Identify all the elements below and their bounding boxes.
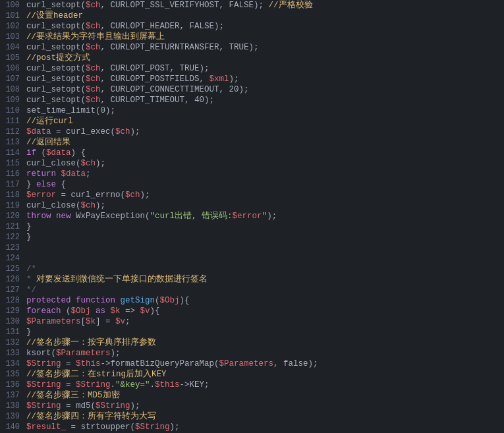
line-code: } bbox=[26, 232, 504, 243]
line-number: 102 bbox=[3, 21, 26, 32]
line-code: curl_setopt($ch, CURLOPT_RETURNTRANSFER,… bbox=[26, 42, 504, 53]
line-code: //返回结果 bbox=[26, 137, 504, 148]
line-number: 134 bbox=[3, 359, 26, 369]
table-row: 130 $Parameters[$k] = $v; bbox=[3, 316, 504, 327]
table-row: 105 //post提交方式 bbox=[3, 53, 504, 63]
line-code: $String = md5($String); bbox=[26, 401, 504, 411]
table-row: 101 //设置header bbox=[3, 11, 504, 21]
line-code: $error = curl_errno($ch); bbox=[26, 190, 504, 200]
table-row: 110 set_time_limit(0); bbox=[3, 105, 504, 116]
line-code: curl_setopt($ch, CURLOPT_CONNECTTIMEOUT,… bbox=[26, 84, 504, 95]
line-code bbox=[26, 253, 504, 264]
line-number: 108 bbox=[3, 84, 26, 95]
table-row: 116 return $data; bbox=[3, 169, 504, 179]
line-number: 100 bbox=[3, 0, 26, 11]
line-number: 138 bbox=[3, 401, 26, 411]
line-code: foreach ($Obj as $k => $v){ bbox=[26, 306, 504, 316]
line-code: */ bbox=[26, 285, 504, 295]
line-number: 115 bbox=[3, 158, 26, 169]
line-number: 118 bbox=[3, 190, 26, 200]
line-code: curl_setopt($ch, CURLOPT_POSTFIELDS, $xm… bbox=[26, 74, 504, 84]
line-number: 128 bbox=[3, 295, 26, 306]
table-row: 122} bbox=[3, 232, 504, 243]
line-code: ksort($Parameters); bbox=[26, 348, 504, 359]
table-row: 139 //签名步骤四：所有字符转为大写 bbox=[3, 411, 504, 422]
line-number: 119 bbox=[3, 200, 26, 211]
table-row: 111 //运行curl bbox=[3, 116, 504, 127]
line-code: /* bbox=[26, 264, 504, 274]
line-number: 126 bbox=[3, 274, 26, 285]
table-row: 135 //签名步骤二：在string后加入KEY bbox=[3, 369, 504, 380]
table-row: 136 $String = $String."&key=".$this->KEY… bbox=[3, 380, 504, 390]
table-row: 109 curl_setopt($ch, CURLOPT_TIMEOUT, 40… bbox=[3, 95, 504, 105]
line-number: 123 bbox=[3, 243, 26, 253]
line-code: //签名步骤一：按字典序排序参数 bbox=[26, 337, 504, 348]
line-number: 129 bbox=[3, 306, 26, 316]
line-number: 120 bbox=[3, 211, 26, 221]
line-number: 131 bbox=[3, 327, 26, 337]
line-number: 106 bbox=[3, 63, 26, 74]
table-row: 126 * 对要发送到微信统一下单接口的数据进行签名 bbox=[3, 274, 504, 285]
table-row: 133 ksort($Parameters); bbox=[3, 348, 504, 359]
line-code: //签名步骤三：MD5加密 bbox=[26, 390, 504, 401]
table-row: 134 $String = $this->formatBizQueryParaM… bbox=[3, 359, 504, 369]
line-number: 127 bbox=[3, 285, 26, 295]
line-code: $String = $String."&key=".$this->KEY; bbox=[26, 380, 504, 390]
table-row: 137 //签名步骤三：MD5加密 bbox=[3, 390, 504, 401]
line-number: 137 bbox=[3, 390, 26, 401]
table-row: 129 foreach ($Obj as $k => $v){ bbox=[3, 306, 504, 316]
line-number: 122 bbox=[3, 232, 26, 243]
line-number: 104 bbox=[3, 42, 26, 53]
table-row: 100 curl_setopt($ch, CURLOPT_SSL_VERIFYH… bbox=[3, 0, 504, 11]
line-number: 139 bbox=[3, 411, 26, 422]
line-code: if ($data) { bbox=[26, 148, 504, 158]
line-number: 125 bbox=[3, 264, 26, 274]
line-number: 113 bbox=[3, 137, 26, 148]
table-row: 114 if ($data) { bbox=[3, 148, 504, 158]
line-code: //签名步骤四：所有字符转为大写 bbox=[26, 411, 504, 422]
line-code: //设置header bbox=[26, 11, 504, 21]
line-number: 103 bbox=[3, 32, 26, 42]
table-row: 119 curl_close($ch); bbox=[3, 200, 504, 211]
line-code: curl_setopt($ch, CURLOPT_SSL_VERIFYHOST,… bbox=[26, 0, 504, 11]
line-code: //运行curl bbox=[26, 116, 504, 127]
line-code: } bbox=[26, 221, 504, 232]
table-row: 131 } bbox=[3, 327, 504, 337]
line-code: } else { bbox=[26, 179, 504, 190]
line-number: 109 bbox=[3, 95, 26, 105]
table-row: 127 */ bbox=[3, 285, 504, 295]
code-editor: 100 curl_setopt($ch, CURLOPT_SSL_VERIFYH… bbox=[0, 0, 504, 433]
line-code: curl_close($ch); bbox=[26, 200, 504, 211]
line-code: $Parameters[$k] = $v; bbox=[26, 316, 504, 327]
line-number: 135 bbox=[3, 369, 26, 380]
table-row: 102 curl_setopt($ch, CURLOPT_HEADER, FAL… bbox=[3, 21, 504, 32]
line-code: curl_setopt($ch, CURLOPT_TIMEOUT, 40); bbox=[26, 95, 504, 105]
line-code: $String = $this->formatBizQueryParaMap($… bbox=[26, 359, 504, 369]
line-number: 130 bbox=[3, 316, 26, 327]
line-number: 110 bbox=[3, 105, 26, 116]
line-code: curl_close($ch); bbox=[26, 158, 504, 169]
line-number: 101 bbox=[3, 11, 26, 21]
table-row: 117 } else { bbox=[3, 179, 504, 190]
line-number: 114 bbox=[3, 148, 26, 158]
table-row: 112 $data = curl_exec($ch); bbox=[3, 127, 504, 137]
line-number: 136 bbox=[3, 380, 26, 390]
line-code: $data = curl_exec($ch); bbox=[26, 127, 504, 137]
table-row: 104 curl_setopt($ch, CURLOPT_RETURNTRANS… bbox=[3, 42, 504, 53]
line-code: //签名步骤二：在string后加入KEY bbox=[26, 369, 504, 380]
table-row: 140 $result_ = strtoupper($String); bbox=[3, 422, 504, 432]
table-row: 120 throw new WxPayException("curl出错, 错误… bbox=[3, 211, 504, 221]
code-lines: 100 curl_setopt($ch, CURLOPT_SSL_VERIFYH… bbox=[0, 0, 504, 433]
line-code: //要求结果为字符串且输出到屏幕上 bbox=[26, 32, 504, 42]
table-row: 118 $error = curl_errno($ch); bbox=[3, 190, 504, 200]
table-row: 128 protected function getSign($Obj){ bbox=[3, 295, 504, 306]
line-number: 121 bbox=[3, 221, 26, 232]
table-row: 132 //签名步骤一：按字典序排序参数 bbox=[3, 337, 504, 348]
table-row: 113 //返回结果 bbox=[3, 137, 504, 148]
line-number: 105 bbox=[3, 53, 26, 63]
line-number: 124 bbox=[3, 253, 26, 264]
line-code: } bbox=[26, 327, 504, 337]
line-number: 140 bbox=[3, 422, 26, 432]
line-number: 107 bbox=[3, 74, 26, 84]
table-row: 107 curl_setopt($ch, CURLOPT_POSTFIELDS,… bbox=[3, 74, 504, 84]
